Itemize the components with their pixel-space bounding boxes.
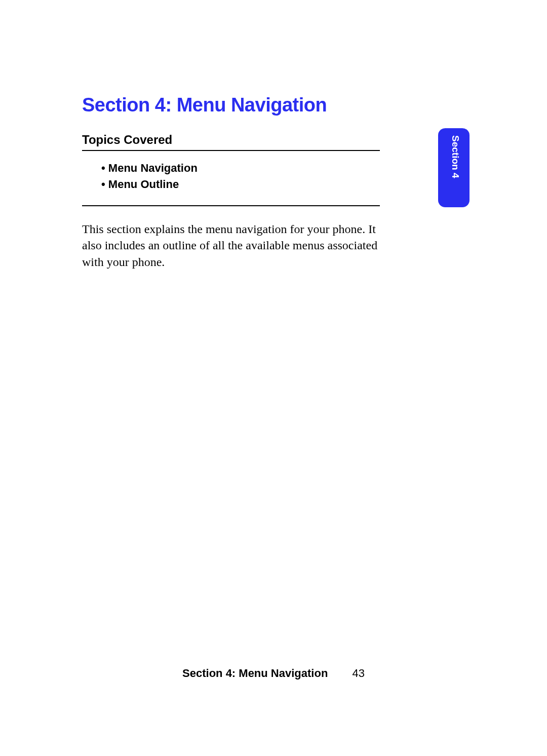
- page-footer: Section 4: Menu Navigation 43: [0, 667, 547, 680]
- divider-bottom: [82, 205, 380, 206]
- section-title: Section 4: Menu Navigation: [82, 94, 327, 116]
- section-tab-label: Section 4: [450, 135, 461, 178]
- list-item: Menu Outline: [101, 176, 198, 193]
- divider-top: [82, 150, 380, 151]
- footer-page-number: 43: [352, 667, 364, 680]
- document-page: Section 4: Menu Navigation Section 4 Top…: [0, 0, 547, 756]
- section-tab: Section 4: [438, 128, 470, 207]
- topics-heading: Topics Covered: [82, 133, 172, 147]
- list-item: Menu Navigation: [101, 160, 198, 176]
- footer-section-label: Section 4: Menu Navigation: [182, 667, 328, 679]
- body-paragraph: This section explains the menu navigatio…: [82, 221, 386, 270]
- topics-list: Menu Navigation Menu Outline: [101, 160, 198, 193]
